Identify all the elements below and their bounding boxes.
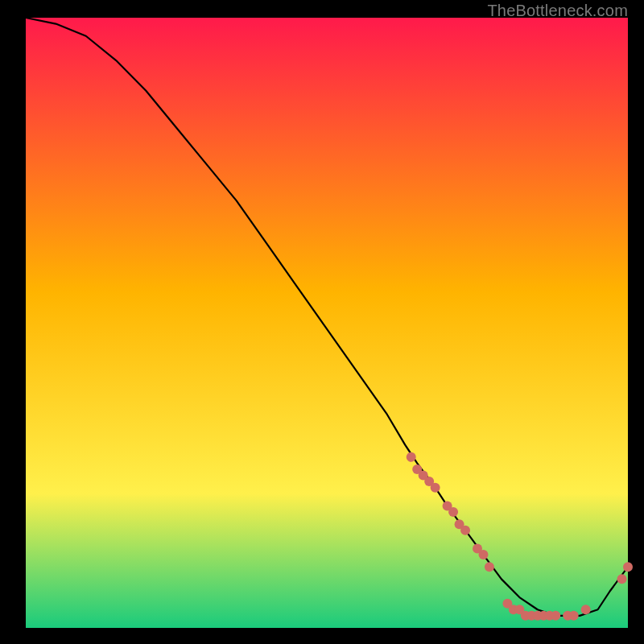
curve-marker xyxy=(431,483,440,493)
curve-marker xyxy=(407,452,416,462)
bottleneck-curve-chart xyxy=(0,0,644,644)
plot-background xyxy=(26,18,628,628)
curve-marker xyxy=(569,611,579,621)
chart-stage: TheBottleneck.com xyxy=(0,0,644,644)
curve-marker xyxy=(551,611,560,621)
curve-marker xyxy=(448,507,458,517)
curve-marker xyxy=(478,550,488,559)
watermark-label: TheBottleneck.com xyxy=(487,2,628,20)
curve-marker xyxy=(460,526,470,535)
curve-marker xyxy=(623,562,633,572)
curve-marker xyxy=(485,562,494,572)
curve-marker xyxy=(617,574,627,584)
curve-marker xyxy=(581,605,591,614)
